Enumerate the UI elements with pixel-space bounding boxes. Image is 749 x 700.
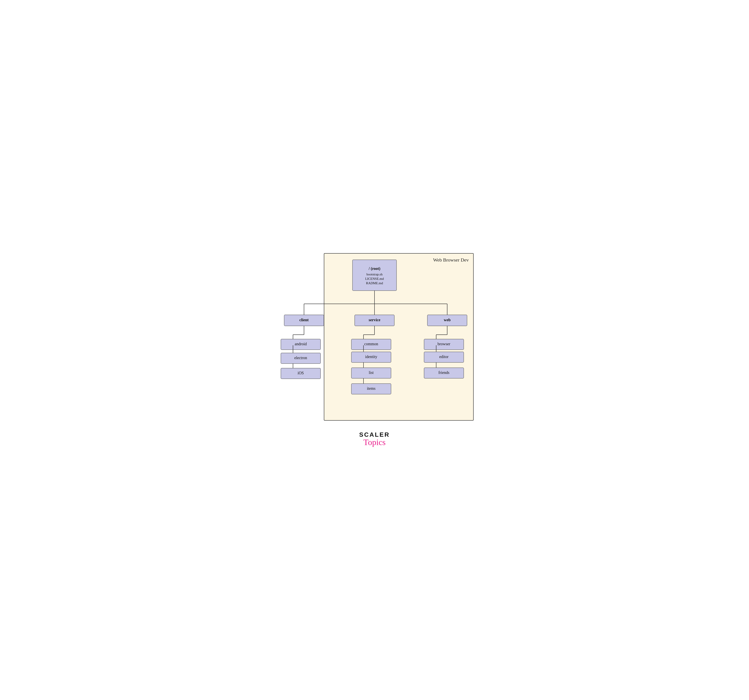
common-label: common: [364, 342, 378, 346]
root-label: / (root): [368, 266, 380, 271]
items-label: items: [367, 386, 376, 391]
diagram-area: Web Browser Dev / (root) bootstrap.sh LI…: [275, 253, 474, 420]
root-file1: bootstrap.sh: [367, 272, 383, 276]
list-label: list: [369, 370, 374, 375]
brand-scaler: SCALER: [359, 432, 390, 438]
brand-container: SCALER Topics: [359, 432, 390, 447]
browser-label: browser: [437, 342, 450, 346]
ios-label: iOS: [298, 371, 304, 375]
editor-label: editor: [439, 355, 448, 359]
page-container: Web Browser Dev / (root) bootstrap.sh LI…: [275, 253, 474, 447]
root-file2: LICENSE.md: [365, 277, 384, 280]
brand-topics: Topics: [364, 438, 386, 447]
friends-label: friends: [439, 370, 449, 375]
tree-svg: / (root) bootstrap.sh LICENSE.md RADME.m…: [275, 253, 474, 420]
android-label: android: [295, 342, 307, 346]
root-file3: RADME.md: [366, 281, 383, 285]
identity-label: identity: [365, 355, 378, 359]
web-label: web: [444, 318, 451, 322]
service-label: service: [369, 318, 381, 322]
electron-label: electron: [294, 356, 307, 360]
client-label: client: [300, 318, 309, 322]
